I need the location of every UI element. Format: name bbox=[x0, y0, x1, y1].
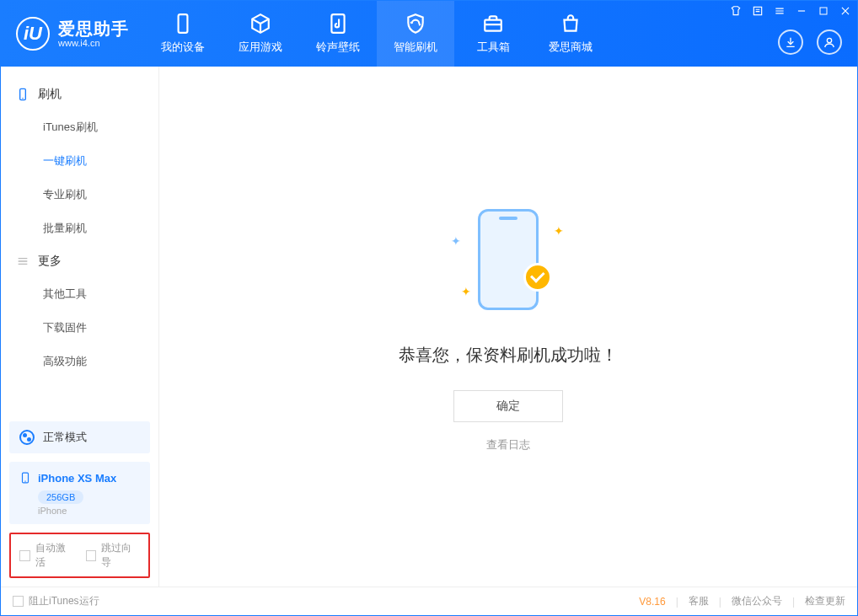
footer-link-wechat[interactable]: 微信公众号 bbox=[732, 594, 782, 608]
maximize-icon[interactable] bbox=[817, 4, 830, 18]
toolbox-icon bbox=[482, 13, 504, 35]
checkbox-label: 自动激活 bbox=[35, 541, 74, 570]
header: iU 爱思助手 www.i4.cn 我的设备 应用游戏 铃声壁纸 智能刷机 bbox=[1, 1, 857, 67]
separator: | bbox=[792, 596, 795, 608]
menu-icon[interactable] bbox=[773, 4, 786, 18]
footer-link-service[interactable]: 客服 bbox=[689, 594, 709, 608]
tab-toolbox[interactable]: 工具箱 bbox=[454, 1, 532, 67]
logo-text: 爱思助手 www.i4.cn bbox=[58, 19, 129, 48]
user-icon[interactable] bbox=[817, 29, 842, 55]
tab-label: 工具箱 bbox=[477, 40, 510, 55]
success-illustration: ✦ ✦ ✦ bbox=[449, 201, 567, 319]
section-label: 刷机 bbox=[38, 87, 62, 102]
mode-label: 正常模式 bbox=[43, 430, 87, 445]
sidebar-item-other-tools[interactable]: 其他工具 bbox=[1, 277, 158, 311]
logo-icon: iU bbox=[16, 17, 50, 51]
svg-point-5 bbox=[827, 38, 831, 42]
footer-right: V8.16 | 客服 | 微信公众号 | 检查更新 bbox=[639, 594, 845, 608]
footer: 阻止iTunes运行 V8.16 | 客服 | 微信公众号 | 检查更新 bbox=[1, 587, 857, 615]
ok-button[interactable]: 确定 bbox=[453, 390, 563, 422]
footer-link-update[interactable]: 检查更新 bbox=[805, 594, 845, 608]
body: 刷机 iTunes刷机 一键刷机 专业刷机 批量刷机 更多 其他工具 下载固件 … bbox=[1, 67, 857, 587]
bottom-checks-highlighted: 自动激活 跳过向导 bbox=[9, 533, 150, 578]
main-content: ✦ ✦ ✦ 恭喜您，保资料刷机成功啦！ 确定 查看日志 bbox=[159, 67, 857, 587]
bag-icon bbox=[560, 13, 582, 35]
app-title: 爱思助手 bbox=[58, 19, 129, 38]
mode-icon bbox=[19, 430, 35, 445]
device-name: iPhone XS Max bbox=[38, 472, 116, 485]
phone-icon bbox=[172, 13, 194, 35]
phone-icon bbox=[19, 470, 31, 485]
sidebar-item-itunes-flash[interactable]: iTunes刷机 bbox=[1, 110, 158, 144]
header-right bbox=[778, 29, 842, 55]
checkbox-label: 阻止iTunes运行 bbox=[29, 594, 99, 608]
tab-label: 爱思商城 bbox=[549, 40, 593, 55]
device-box[interactable]: iPhone XS Max 256GB iPhone bbox=[9, 462, 150, 524]
tab-label: 智能刷机 bbox=[394, 40, 437, 55]
checkbox-label: 跳过向导 bbox=[101, 541, 140, 570]
shield-refresh-icon bbox=[405, 13, 426, 35]
app-window: iU 爱思助手 www.i4.cn 我的设备 应用游戏 铃声壁纸 智能刷机 bbox=[0, 0, 858, 616]
section-label: 更多 bbox=[38, 254, 62, 269]
download-icon[interactable] bbox=[778, 29, 803, 55]
svg-rect-4 bbox=[820, 8, 827, 14]
checkbox-skip-guide[interactable]: 跳过向导 bbox=[86, 541, 141, 570]
list-icon bbox=[16, 254, 29, 268]
checkbox-icon bbox=[13, 596, 24, 607]
window-controls bbox=[729, 4, 852, 18]
phone-illustration bbox=[478, 209, 539, 310]
sidebar-item-pro-flash[interactable]: 专业刷机 bbox=[1, 178, 158, 212]
app-subtitle: www.i4.cn bbox=[58, 38, 129, 48]
header-tabs: 我的设备 应用游戏 铃声壁纸 智能刷机 工具箱 爱思商城 bbox=[144, 1, 609, 67]
sidebar-item-download-firmware[interactable]: 下载固件 bbox=[1, 311, 158, 345]
mode-box[interactable]: 正常模式 bbox=[9, 421, 150, 453]
success-message: 恭喜您，保资料刷机成功啦！ bbox=[399, 344, 618, 367]
checkmark-badge-icon bbox=[523, 263, 552, 292]
separator: | bbox=[719, 596, 721, 608]
checkbox-icon bbox=[86, 550, 97, 561]
phone-icon bbox=[16, 88, 29, 101]
tab-label: 应用游戏 bbox=[239, 40, 282, 55]
svg-rect-0 bbox=[179, 14, 188, 33]
sparkle-icon: ✦ bbox=[554, 224, 564, 238]
shirt-icon[interactable] bbox=[729, 4, 743, 18]
sparkle-icon: ✦ bbox=[451, 234, 461, 248]
cube-icon bbox=[249, 13, 271, 35]
music-file-icon bbox=[327, 13, 349, 35]
sidebar-item-batch-flash[interactable]: 批量刷机 bbox=[1, 212, 158, 245]
device-capacity: 256GB bbox=[38, 490, 83, 504]
tab-label: 我的设备 bbox=[161, 40, 205, 55]
view-log-link[interactable]: 查看日志 bbox=[486, 437, 530, 453]
version-label: V8.16 bbox=[639, 596, 665, 608]
device-type: iPhone bbox=[38, 506, 140, 516]
tab-smart-flash[interactable]: 智能刷机 bbox=[377, 1, 454, 67]
tab-ringtones-wallpapers[interactable]: 铃声壁纸 bbox=[299, 1, 377, 67]
list-icon[interactable] bbox=[751, 4, 764, 18]
device-name-row: iPhone XS Max bbox=[19, 470, 140, 485]
tab-store[interactable]: 爱思商城 bbox=[532, 1, 609, 67]
sparkle-icon: ✦ bbox=[461, 285, 471, 298]
checkbox-auto-activate[interactable]: 自动激活 bbox=[19, 541, 74, 570]
minimize-icon[interactable] bbox=[795, 4, 808, 18]
sidebar-bottom: 正常模式 iPhone XS Max 256GB iPhone bbox=[1, 413, 158, 533]
checkbox-block-itunes[interactable]: 阻止iTunes运行 bbox=[13, 594, 99, 608]
sidebar-item-advanced[interactable]: 高级功能 bbox=[1, 345, 158, 378]
sidebar-section-more: 更多 bbox=[1, 245, 158, 277]
logo-area: iU 爱思助手 www.i4.cn bbox=[1, 1, 144, 67]
close-icon[interactable] bbox=[839, 4, 852, 18]
tab-my-device[interactable]: 我的设备 bbox=[144, 1, 222, 67]
checkbox-icon bbox=[19, 550, 30, 561]
sidebar: 刷机 iTunes刷机 一键刷机 专业刷机 批量刷机 更多 其他工具 下载固件 … bbox=[1, 67, 159, 587]
sidebar-section-flash: 刷机 bbox=[1, 78, 158, 110]
tab-label: 铃声壁纸 bbox=[316, 40, 360, 55]
sidebar-item-onekey-flash[interactable]: 一键刷机 bbox=[1, 144, 158, 178]
tab-apps-games[interactable]: 应用游戏 bbox=[222, 1, 299, 67]
separator: | bbox=[676, 596, 678, 608]
